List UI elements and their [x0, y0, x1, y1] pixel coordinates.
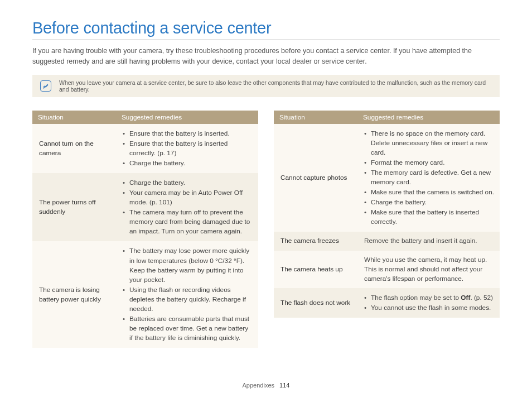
remedy-item: Charge the battery.	[123, 159, 253, 168]
remedy-item: Ensure that the battery is inserted corr…	[123, 139, 253, 158]
columns: Situation Suggested remedies Cannot turn…	[32, 111, 500, 348]
remedy-list: The flash option may be set to Off. (p. …	[364, 293, 494, 313]
col-header-situation: Situation	[274, 111, 357, 124]
table-row: The camera freezesRemove the battery and…	[274, 232, 500, 250]
situation-cell: Cannot capture photos	[274, 124, 357, 232]
remedy-item: The camera may turn off to prevent the m…	[123, 208, 253, 236]
remedy-text: While you use the camera, it may heat up…	[364, 256, 487, 283]
remedy-item: Make sure that the battery is inserted c…	[364, 208, 494, 227]
remedy-text: Remove the battery and insert it again.	[364, 237, 477, 245]
right-column: Situation Suggested remedies Cannot capt…	[274, 111, 500, 348]
remedy-item: The flash option may be set to Off. (p. …	[364, 293, 494, 303]
col-header-situation: Situation	[32, 111, 116, 124]
remedy-item: Make sure that the camera is switched on…	[364, 188, 494, 197]
page-title: Before contacting a service center	[32, 19, 500, 40]
situation-cell: The power turns off suddenly	[32, 173, 116, 242]
table-row: The camera heats upWhile you use the cam…	[274, 251, 500, 288]
page-footer: Appendixes 114	[0, 382, 532, 389]
remedy-item: Ensure that the battery is inserted.	[123, 129, 253, 138]
trouble-table-left: Situation Suggested remedies Cannot turn…	[32, 111, 258, 348]
note-text: When you leave your camera at a service …	[59, 79, 492, 93]
bold-term: Off	[461, 294, 470, 302]
remedy-list: Charge the battery.Your camera may be in…	[123, 178, 253, 237]
situation-cell: Cannot turn on the camera	[32, 124, 116, 173]
remedy-item: Using the flash or recording videos depl…	[123, 285, 253, 314]
remedy-item: You cannot use the flash in some modes.	[364, 303, 494, 313]
footer-page: 114	[279, 382, 289, 389]
remedy-item: Your camera may be in Auto Power Off mod…	[123, 188, 253, 207]
situation-cell: The flash does not work	[274, 288, 357, 318]
remedy-list: The battery may lose power more quickly …	[123, 246, 253, 343]
table-row: Cannot capture photosThere is no space o…	[274, 124, 500, 232]
footer-section: Appendixes	[243, 382, 275, 389]
col-header-remedies: Suggested remedies	[357, 111, 500, 124]
situation-cell: The camera heats up	[274, 251, 357, 288]
remedy-list: There is no space on the memory card. De…	[364, 129, 494, 227]
table-row: The camera is losing battery power quick…	[32, 241, 258, 348]
situation-cell: The camera freezes	[274, 232, 357, 250]
remedy-item: Batteries are consumable parts that must…	[123, 314, 253, 343]
remedy-item: Format the memory card.	[364, 158, 494, 168]
table-row: Cannot turn on the cameraEnsure that the…	[32, 124, 258, 173]
remedy-item: Charge the battery.	[364, 198, 494, 207]
situation-cell: The camera is losing battery power quick…	[32, 241, 116, 348]
remedy-item: The battery may lose power more quickly …	[123, 246, 253, 284]
table-row: The flash does not workThe flash option …	[274, 288, 500, 318]
intro-text: If you are having trouble with your came…	[32, 46, 500, 67]
table-row: The power turns off suddenlyCharge the b…	[32, 173, 258, 242]
remedy-item: The memory card is defective. Get a new …	[364, 168, 494, 187]
trouble-table-right: Situation Suggested remedies Cannot capt…	[274, 111, 500, 318]
remedy-list: Ensure that the battery is inserted.Ensu…	[123, 129, 253, 168]
note-icon	[40, 80, 51, 92]
left-column: Situation Suggested remedies Cannot turn…	[32, 111, 258, 348]
remedy-item: There is no space on the memory card. De…	[364, 129, 494, 157]
note-box: When you leave your camera at a service …	[32, 75, 500, 97]
remedy-item: Charge the battery.	[123, 178, 253, 188]
col-header-remedies: Suggested remedies	[116, 111, 258, 124]
